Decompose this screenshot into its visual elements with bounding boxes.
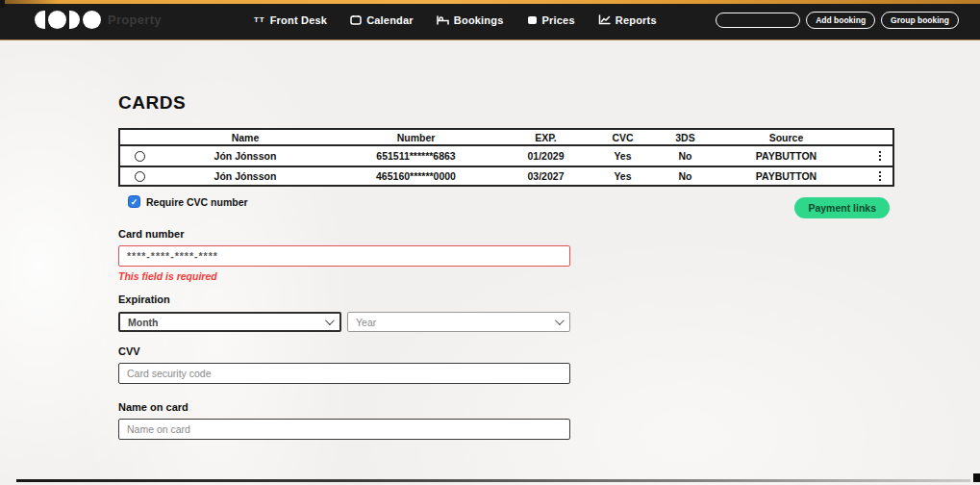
cards-page: CARDS Name Number EXP. CVC 3DS Source Jó… [118,92,894,440]
table-controls: ✓ Require CVC number Payment links [118,195,894,215]
page-title: CARDS [118,92,894,114]
nav-item-calendar[interactable]: Calendar [350,14,414,26]
card-source: PAYBUTTON [716,150,856,162]
row-menu-kebab-icon[interactable] [877,169,884,184]
card-number-label: Card number [118,228,570,240]
card-number-error: This field is required [118,270,570,282]
nav-item-bookings[interactable]: Bookings [437,14,504,26]
chevron-down-icon [555,316,565,325]
main-nav: TT Front Desk Calendar Bookings Prices [254,14,657,26]
card-cvc: Yes [591,170,654,182]
top-navigation-bar: Property TT Front Desk Calendar Bookings… [0,0,980,40]
cvv-label: CVV [118,345,570,357]
progress-bar-notch [0,0,5,8]
card-form: Card number This field is required Expir… [118,228,570,440]
card-number: 465160******0000 [332,170,500,182]
card-select-radio[interactable] [135,151,145,162]
bookings-icon [437,14,449,25]
name-on-card-label: Name on card [118,401,570,413]
table-row: Jón Jónsson 651511******6863 01/2029 Yes… [120,146,892,166]
logo-icon [35,11,101,29]
calendar-icon [350,14,362,25]
table-header-row: Name Number EXP. CVC 3DS Source [120,130,892,146]
year-select[interactable]: Year [347,312,570,332]
card-number-input[interactable] [118,245,570,267]
app-logo[interactable]: Property [35,11,162,29]
reports-icon [598,14,611,25]
require-cvc-label: Require CVC number [146,196,248,208]
prices-icon [527,15,538,25]
col-header-name: Name [159,132,332,143]
chevron-down-icon [325,316,335,325]
col-header-3ds: 3DS [654,132,716,143]
row-menu-kebab-icon[interactable] [877,149,884,164]
group-booking-button[interactable]: Group booking [881,12,959,29]
col-header-source: Source [716,132,856,143]
add-booking-button[interactable]: Add booking [806,12,875,29]
progress-bar [0,0,980,4]
card-name: Jón Jónsson [159,150,332,162]
nav-item-prices[interactable]: Prices [527,14,575,26]
cards-table: Name Number EXP. CVC 3DS Source Jón Jóns… [118,128,894,187]
card-source: PAYBUTTON [716,170,856,182]
nav-item-front-desk[interactable]: TT Front Desk [254,14,327,26]
card-cvc: Yes [591,150,654,162]
nav-item-reports[interactable]: Reports [598,14,657,26]
checkbox-checked-icon[interactable]: ✓ [128,195,140,208]
card-name: Jón Jónsson [159,170,332,182]
card-select-radio[interactable] [135,171,145,182]
require-cvc-checkbox[interactable]: ✓ Require CVC number [128,195,894,208]
bottom-corner-mark [973,473,980,482]
name-on-card-input[interactable] [118,419,570,440]
front-desk-icon: TT [254,15,265,24]
bottom-scroll-line [16,479,970,482]
card-number: 651511******6863 [332,150,500,162]
card-3ds: No [654,150,716,162]
col-header-number: Number [332,132,500,143]
payment-links-button[interactable]: Payment links [794,197,890,218]
cvv-input[interactable] [118,363,570,384]
card-3ds: No [654,170,716,182]
month-select[interactable]: Month [118,312,341,332]
card-exp: 03/2027 [500,170,591,182]
col-header-exp: EXP. [500,132,591,143]
expiration-label: Expiration [118,294,570,305]
header-actions: Add booking Group booking [716,12,959,29]
col-header-cvc: CVC [591,132,654,143]
card-exp: 01/2029 [500,150,591,162]
table-row: Jón Jónsson 465160******0000 03/2027 Yes… [120,166,892,185]
search-input[interactable] [716,13,800,28]
logo-text: Property [108,13,162,27]
